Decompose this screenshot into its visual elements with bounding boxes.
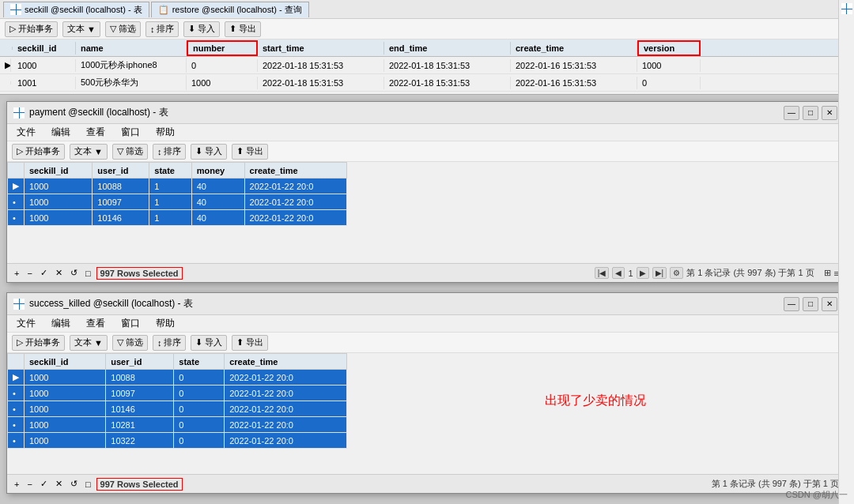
maximize-button[interactable]: □ [803,106,818,120]
success-minimize-btn[interactable]: — [784,297,799,311]
success-col-state[interactable]: state [174,354,225,370]
success-menu-edit[interactable]: 编辑 [48,316,74,331]
col-name[interactable]: name [76,42,187,55]
menu-help[interactable]: 帮助 [153,125,178,140]
payment-col-create-time[interactable]: create_time [244,163,346,179]
success-window-controls[interactable]: — □ ✕ [784,297,837,311]
success-refresh-btn[interactable]: ↺ [68,478,80,490]
success-maximize-btn[interactable]: □ [803,297,818,311]
menu-view[interactable]: 查看 [83,125,108,140]
payment-btn-text[interactable]: 文本 ▼ [70,144,108,160]
col-start-time[interactable]: start_time [258,42,384,55]
sort-icon2: ↕ [157,147,162,156]
payment-btn-export[interactable]: ⬆ 导出 [232,144,268,160]
payment-cell-seckill-0: 1000 [25,179,93,194]
success-cancel-btn[interactable]: ✕ [53,478,65,490]
next-page-btn[interactable]: ▶ [637,267,649,279]
payment-row-2[interactable]: • 1000 10146 1 40 2022-01-22 20:0 [8,210,347,226]
payment-btn-transaction[interactable]: ▷ 开始事务 [12,144,65,160]
payment-btn-filter[interactable]: ▽ 筛选 [112,144,148,160]
first-page-btn[interactable]: |◀ [595,267,610,279]
col-create-time[interactable]: create_time [511,42,637,55]
refresh-btn[interactable]: ↺ [68,267,80,279]
success-pagination-text: 第 1 条记录 (共 997 条) 于第 1 页 [712,478,839,490]
cancel-btn[interactable]: ✕ [53,267,65,279]
success-row-0[interactable]: ▶ 1000 10088 0 2022-01-22 20:0 [8,370,347,386]
success-cell-state-4: 0 [174,433,225,449]
success-row-3[interactable]: • 1000 10281 0 2022-01-22 20:0 [8,417,347,433]
btn-start-transaction-top[interactable]: ▷ 开始事务 [5,21,58,37]
success-btn-transaction[interactable]: ▷ 开始事务 [12,335,65,351]
success-delete-btn[interactable]: − [25,479,34,490]
col-end-time[interactable]: end_time [384,42,511,55]
success-menu-file[interactable]: 文件 [13,316,39,331]
menu-edit[interactable]: 编辑 [48,125,74,140]
success-add-btn[interactable]: + [12,479,21,490]
payment-col-seckill-id[interactable]: seckill_id [25,163,93,179]
success-row-1[interactable]: • 1000 10097 0 2022-01-22 20:0 [8,386,347,401]
payment-row-0[interactable]: ▶ 1000 10088 1 40 2022-01-22 20:0 [8,179,347,194]
success-indicator-2: • [8,401,25,417]
success-more-btn[interactable]: □ [83,479,93,490]
payment-col-state[interactable]: state [149,163,191,179]
grid-view-btn[interactable]: ⊞ [824,268,831,278]
success-btn-text[interactable]: 文本 ▼ [70,335,108,351]
tab-restore[interactable]: 📋 restore @seckill (localhost) - 查询 [151,2,309,17]
success-cell-create-3: 2022-01-22 20:0 [225,417,347,433]
success-btn-sort[interactable]: ↕ 排序 [153,335,187,351]
cell-number-0: 0 [187,59,258,72]
more-btn[interactable]: □ [83,268,93,279]
menu-file[interactable]: 文件 [13,125,39,140]
seckill-toolbar: ▷ 开始事务 文本 ▼ ▽ 筛选 ↕ 排序 ⬇ 导入 ⬆ 导出 [0,19,854,39]
last-page-btn[interactable]: ▶| [652,267,667,279]
success-indicator-4: • [8,433,25,449]
success-btn-filter[interactable]: ▽ 筛选 [112,335,148,351]
settings-btn[interactable]: ⚙ [670,267,683,279]
payment-toolbar: ▷ 开始事务 文本 ▼ ▽ 筛选 ↕ 排序 ⬇ 导入 ⬆ 导出 [7,141,844,162]
success-menu-window[interactable]: 窗口 [118,316,143,331]
prev-page-btn[interactable]: ◀ [612,267,625,279]
success-row-2[interactable]: • 1000 10146 0 2022-01-22 20:0 [8,401,347,417]
payment-col-money[interactable]: money [191,163,244,179]
success-col-create-time[interactable]: create_time [225,354,347,370]
success-col-user-id[interactable]: user_id [106,354,174,370]
close-button[interactable]: ✕ [822,106,837,120]
btn-export-top[interactable]: ⬆ 导出 [225,21,261,37]
col-version[interactable]: version [637,40,701,56]
right-panel-icon[interactable] [841,3,852,14]
seckill-row-1[interactable]: 1001 500元秒杀华为 1000 2022-01-18 15:31:53 2… [0,74,854,92]
success-row-4[interactable]: • 1000 10322 0 2022-01-22 20:0 [8,433,347,449]
minimize-button[interactable]: — [784,106,799,120]
success-col-seckill-id[interactable]: seckill_id [25,354,106,370]
tab-restore-label: restore @seckill (localhost) - 查询 [172,4,302,16]
row-indicator-0: ▶ [0,58,11,72]
add-row-btn[interactable]: + [12,268,21,279]
success-close-btn[interactable]: ✕ [822,297,837,311]
success-confirm-btn[interactable]: ✓ [38,478,50,490]
btn-text-top[interactable]: 文本 ▼ [62,21,100,37]
payment-cell-money-2: 40 [191,210,244,226]
success-menu-view[interactable]: 查看 [83,316,108,331]
success-cell-user-4: 10322 [106,433,174,449]
payment-window-controls[interactable]: — □ ✕ [784,106,837,120]
confirm-btn[interactable]: ✓ [38,267,50,279]
payment-row-1[interactable]: • 1000 10097 1 40 2022-01-22 20:0 [8,194,347,210]
seckill-row-0[interactable]: ▶ 1000 1000元秒杀iphone8 0 2022-01-18 15:31… [0,57,854,74]
btn-sort-top[interactable]: ↕ 排序 [145,21,179,37]
btn-import-top[interactable]: ⬇ 导入 [183,21,220,37]
payment-btn-sort[interactable]: ↕ 排序 [153,144,187,160]
success-menu-help[interactable]: 帮助 [153,316,178,331]
success-status-right: 第 1 条记录 (共 997 条) 于第 1 页 [712,478,839,490]
success-btn-export[interactable]: ⬆ 导出 [232,335,268,351]
payment-status-bar: + − ✓ ✕ ↺ □ 997 Rows Selected |◀ ◀ 1 ▶ ▶… [7,263,844,282]
delete-row-btn[interactable]: − [25,268,34,279]
payment-col-user-id[interactable]: user_id [93,163,149,179]
col-number[interactable]: number [187,40,258,56]
btn-filter-top[interactable]: ▽ 筛选 [105,21,141,37]
menu-window[interactable]: 窗口 [118,125,143,140]
success-btn-import[interactable]: ⬇ 导入 [191,335,227,351]
transaction-icon3: ▷ [17,337,23,348]
tab-seckill[interactable]: seckill @seckill (localhost) - 表 [3,2,149,17]
payment-btn-import[interactable]: ⬇ 导入 [191,144,227,160]
col-seckill-id[interactable]: seckill_id [13,42,76,55]
